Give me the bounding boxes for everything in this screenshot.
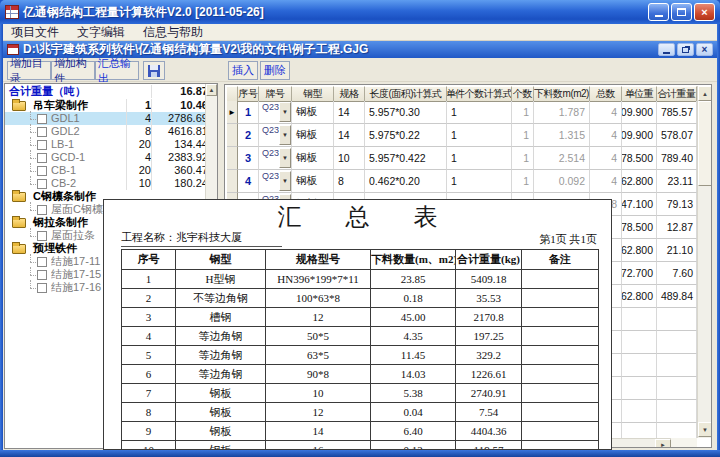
sum-cell-seq: 1: [122, 270, 176, 289]
add-component-button[interactable]: 增加构件: [51, 61, 95, 80]
cell-spec[interactable]: 14: [334, 124, 365, 147]
sum-cell-steel-type: 钢板: [176, 422, 266, 441]
doc-minimize-button[interactable]: [658, 43, 675, 56]
sum-header-seq: 序号: [122, 250, 176, 270]
sum-cell-note: [522, 422, 599, 441]
cell-count-formula[interactable]: 1: [447, 124, 512, 147]
cell-seq: 1: [238, 101, 259, 124]
sum-cell-weight: 7.54: [456, 403, 522, 422]
tree-checkbox[interactable]: [37, 179, 47, 189]
tree-checkbox[interactable]: [37, 270, 47, 280]
tree-row[interactable]: GDL1 4 2786.690: [5, 112, 217, 125]
grid-row[interactable]: ► 4 Q235▼ 钢板 8 0.462*0.20 1 1 0.092 4 62…: [227, 170, 697, 193]
grid-row[interactable]: ► 2 Q235▼ 钢板 14 5.975*0.22 1 1 1.315 4 1…: [227, 124, 697, 147]
cell-seq: 2: [238, 124, 259, 147]
cell-count-formula[interactable]: 1: [447, 101, 512, 124]
row-selector-cell[interactable]: ►: [227, 124, 238, 147]
tree-checkbox[interactable]: [37, 205, 47, 215]
grid-row[interactable]: ► 3 Q235▼ 钢板 10 5.957*0.422 1 1 2.514 4 …: [227, 147, 697, 170]
tree-row[interactable]: LB-1 20 134.440: [5, 138, 217, 151]
grade-dropdown-icon[interactable]: ▼: [279, 102, 291, 122]
cell-steel-type[interactable]: 钢板: [292, 101, 334, 124]
sum-cell-weight: 5409.18: [456, 270, 522, 289]
cell-grade[interactable]: Q235▼: [259, 147, 292, 170]
delete-row-button[interactable]: 删除: [260, 61, 290, 80]
tree-checkbox[interactable]: [37, 114, 47, 124]
sum-cell-seq: 9: [122, 422, 176, 441]
tree-connector: [24, 177, 37, 190]
grade-dropdown-icon[interactable]: ▼: [279, 171, 291, 191]
cell-grade[interactable]: Q235▼: [259, 170, 292, 193]
tree-checkbox[interactable]: [37, 166, 47, 176]
summary-table: 序号 钢型 规格型号 下料数量(m、m2) 合计重量(kg) 备注 1 H型钢 …: [121, 249, 599, 450]
menu-item-text-edit[interactable]: 文字编辑: [77, 24, 125, 41]
grade-dropdown-icon[interactable]: ▼: [279, 148, 291, 168]
cell-count-formula[interactable]: 1: [447, 170, 512, 193]
cell-grade[interactable]: Q235▼: [259, 124, 292, 147]
menu-item-info-help[interactable]: 信息与帮助: [143, 24, 203, 41]
cell-spec[interactable]: 10: [334, 147, 365, 170]
grade-dropdown-icon[interactable]: ▼: [279, 125, 291, 145]
scroll-thumb[interactable]: [698, 101, 712, 186]
row-selector-cell[interactable]: ►: [227, 170, 238, 193]
title-bar: 亿通钢结构工程量计算软件V2.0 [2011-05-26] ×: [0, 0, 720, 24]
tree-checkbox[interactable]: [37, 140, 47, 150]
sum-header-weight: 合计重量(kg): [456, 250, 522, 270]
sum-cell-note: [522, 384, 599, 403]
cell-length-formula[interactable]: 5.957*0.30: [365, 101, 447, 124]
tree-checkbox[interactable]: [37, 257, 47, 267]
tree-row[interactable]: CB-1 20 360.470: [5, 164, 217, 177]
save-button[interactable]: [143, 61, 165, 80]
tree-row[interactable]: 吊车梁制作 1 10.463: [5, 99, 217, 112]
summary-header-row: 序号 钢型 规格型号 下料数量(m、m2) 合计重量(kg) 备注: [122, 250, 599, 270]
summary-row: 6 等边角钢 90*8 14.03 1226.61: [122, 365, 599, 384]
doc-close-icon: ×: [702, 45, 708, 55]
cell-length-formula[interactable]: 0.462*0.20: [365, 170, 447, 193]
cell-spec[interactable]: 8: [334, 170, 365, 193]
sum-cell-steel-type: 等边角钢: [176, 346, 266, 365]
cell-steel-type[interactable]: 钢板: [292, 147, 334, 170]
cell-grade[interactable]: Q235▼: [259, 101, 292, 124]
cell-spec[interactable]: 14: [334, 101, 365, 124]
grid-header-row: 序号 牌号 钢型 规格 长度(面积)计算式 单件个数计算式 个数 下料数m(m2…: [227, 86, 697, 102]
cell-total-weight: 7.60: [657, 262, 697, 285]
insert-row-button[interactable]: 插入: [228, 61, 258, 80]
cell-length-formula[interactable]: 5.957*0.422: [365, 147, 447, 170]
tree-row[interactable]: CB-2 10 180.240: [5, 177, 217, 190]
maximize-button[interactable]: [671, 3, 692, 21]
menu-item-project-file[interactable]: 项目文件: [11, 24, 59, 41]
grid-row[interactable]: ► 1 Q235▼ 钢板 14 5.957*0.30 1 1 1.787 4 1…: [227, 101, 697, 124]
minimize-button[interactable]: [648, 3, 669, 21]
doc-restore-button[interactable]: [677, 43, 694, 56]
tree-checkbox[interactable]: [37, 127, 47, 137]
doc-close-button[interactable]: ×: [696, 43, 713, 56]
grid-vertical-scrollbar[interactable]: ▲ ▼: [697, 86, 712, 438]
tree-checkbox[interactable]: [37, 283, 47, 293]
tree-row[interactable]: GCD-1 4 2383.920: [5, 151, 217, 164]
scroll-up-icon[interactable]: ▲: [698, 86, 712, 101]
tree-checkbox[interactable]: [37, 231, 47, 241]
tree-item-count: 10: [126, 177, 151, 190]
tree-item-label: LB-1: [51, 138, 126, 151]
sum-cell-spec: 12: [266, 308, 371, 327]
tree-scroll-up-icon[interactable]: ▲: [206, 84, 217, 96]
close-button[interactable]: ×: [694, 3, 715, 21]
tree-item-count: 8: [126, 125, 151, 138]
row-selector-cell[interactable]: ►: [227, 147, 238, 170]
cell-steel-type[interactable]: 钢板: [292, 124, 334, 147]
cell-length-formula[interactable]: 5.975*0.22: [365, 124, 447, 147]
row-selector-cell[interactable]: ►: [227, 101, 238, 124]
summary-output-button[interactable]: 汇总输出: [95, 61, 139, 80]
tree-row[interactable]: GDL2 8 4616.810: [5, 125, 217, 138]
cell-count-formula[interactable]: 1: [447, 147, 512, 170]
tree-checkbox[interactable]: [37, 153, 47, 163]
scroll-right-icon[interactable]: ►: [655, 439, 671, 448]
add-directory-button[interactable]: 增加目录: [7, 61, 51, 80]
summary-row: 5 等边角钢 63*5 11.45 329.2: [122, 346, 599, 365]
folder-icon: [12, 218, 26, 228]
scroll-down-icon[interactable]: ▼: [698, 422, 712, 437]
cell-steel-type[interactable]: 钢板: [292, 170, 334, 193]
sum-cell-seq: 8: [122, 403, 176, 422]
cell-total-weight: 789.40: [657, 147, 697, 170]
toolbar: 增加目录 增加构件 汇总输出 插入 删除: [3, 58, 717, 82]
